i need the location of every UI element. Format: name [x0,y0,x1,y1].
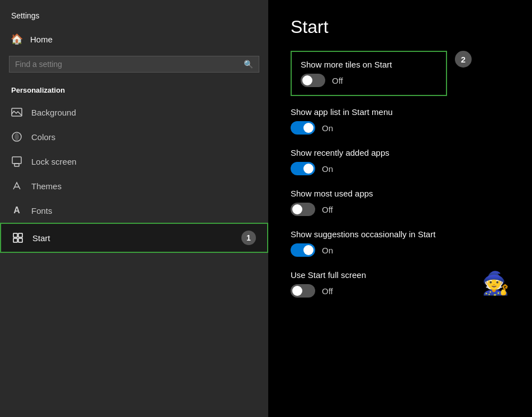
sidebar-item-colors[interactable]: Colors [0,124,268,149]
show-most-used-toggle-row: Off [291,203,510,216]
show-suggestions-toggle-row: On [291,243,510,257]
use-full-screen-status: Off [322,286,333,296]
home-icon: 🏠 [11,33,22,45]
sidebar-item-home[interactable]: 🏠 Home [0,27,268,51]
show-more-tiles-toggle-row: Off [301,74,437,87]
use-full-screen-toggle[interactable] [291,284,315,298]
sidebar-item-lock-screen[interactable]: Lock screen [0,149,268,174]
fonts-label: Fonts [31,206,53,215]
start-icon [12,232,23,243]
show-recently-added-label: Show recently added apps [291,148,510,157]
svg-rect-7 [13,238,17,242]
svg-rect-3 [15,164,19,166]
show-most-used-block: Show most used apps Off [291,189,510,216]
start-label: Start [32,233,227,243]
show-more-tiles-toggle[interactable] [301,74,325,87]
lock-screen-icon [11,156,22,167]
show-recently-added-toggle-row: On [291,162,510,175]
use-full-screen-toggle-row: Off [291,284,366,298]
background-label: Background [31,108,76,117]
show-suggestions-block: Show suggestions occasionally in Start O… [291,229,510,257]
sidebar: Settings 🏠 Home 🔍 Personalization Backgr… [0,0,268,417]
show-recently-added-status: On [322,164,333,174]
show-recently-added-toggle[interactable] [291,162,315,175]
use-full-screen-block: Use Start full screen Off 🧙 [291,270,510,298]
svg-rect-5 [13,233,17,237]
use-full-screen-content: Use Start full screen Off [291,270,366,298]
background-icon [11,107,22,118]
badge-2: 2 [455,51,472,68]
lock-screen-label: Lock screen [31,157,77,166]
show-suggestions-status: On [322,246,333,255]
show-app-list-toggle-row: On [291,121,510,135]
sidebar-item-background[interactable]: Background [0,100,268,124]
show-suggestions-label: Show suggestions occasionally in Start [291,229,510,239]
main-content: Start Show more tiles on Start Off 2 Sho… [268,0,532,417]
show-app-list-status: On [322,123,333,133]
show-app-list-block: Show app list in Start menu On [291,107,510,135]
show-suggestions-toggle[interactable] [291,243,315,257]
home-label: Home [30,35,53,44]
section-label: Personalization [0,82,268,100]
show-most-used-status: Off [322,205,333,214]
show-most-used-toggle[interactable] [291,203,315,216]
start-badge: 1 [241,231,256,245]
show-more-tiles-status: Off [332,76,343,85]
search-input[interactable] [15,60,239,69]
colors-icon [11,131,22,142]
svg-rect-2 [12,157,21,164]
themes-label: Themes [31,181,61,191]
mascot-emoji: 🧙 [482,270,510,296]
search-icon: 🔍 [244,60,253,69]
show-more-tiles-row: Show more tiles on Start Off 2 [291,51,510,107]
sidebar-item-fonts[interactable]: A Fonts [0,198,268,223]
fonts-icon: A [11,205,22,216]
page-title: Start [291,17,510,37]
colors-label: Colors [31,132,55,142]
themes-icon [11,180,22,191]
show-app-list-label: Show app list in Start menu [291,107,510,117]
svg-rect-8 [18,238,22,242]
search-box[interactable]: 🔍 [9,56,259,73]
show-more-tiles-block: Show more tiles on Start Off [291,51,447,96]
show-more-tiles-label: Show more tiles on Start [301,60,437,69]
show-recently-added-block: Show recently added apps On [291,148,510,175]
sidebar-item-start[interactable]: Start 1 [0,223,268,253]
use-full-screen-label: Use Start full screen [291,270,366,280]
svg-rect-6 [18,233,22,237]
app-title: Settings [0,0,268,27]
show-most-used-label: Show most used apps [291,189,510,198]
show-app-list-toggle[interactable] [291,121,315,135]
sidebar-item-themes[interactable]: Themes [0,174,268,198]
